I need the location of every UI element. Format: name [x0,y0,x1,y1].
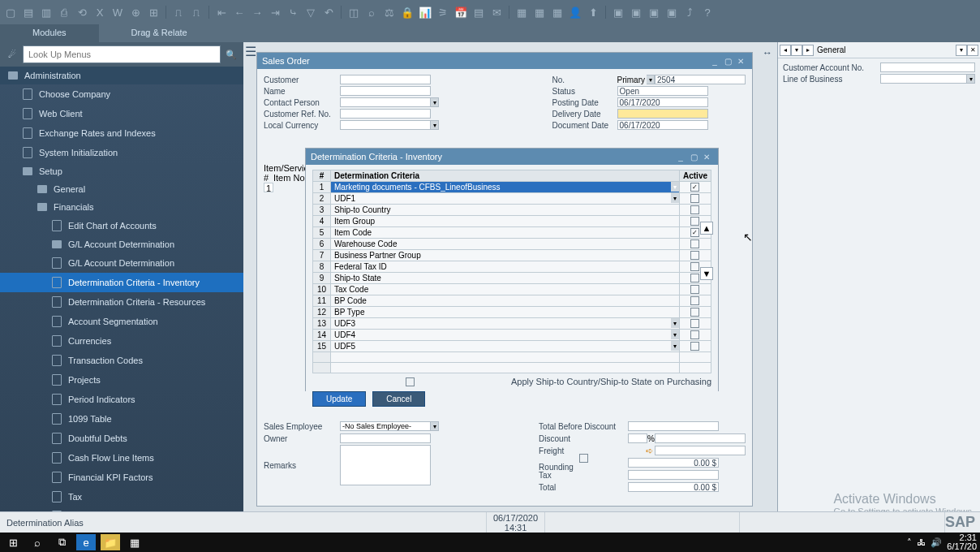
tb-icon[interactable]: ▦ [532,5,547,19]
link-arrow-icon[interactable]: ➪ [646,446,653,456]
criteria-row[interactable]: 15UDF5▾ [313,341,711,352]
menu-item[interactable]: Determination Criteria - Inventory [0,273,243,292]
dropdown-icon[interactable]: ▾ [671,182,679,192]
field-input[interactable]: -No Sales Employee- [340,421,431,431]
criteria-row[interactable]: 9Ship-to State [313,273,711,284]
tab-modules[interactable]: Modules [0,24,99,42]
menu-item[interactable]: Transaction Codes [0,351,243,370]
field-value[interactable]: 06/17/2020 [617,120,708,130]
criteria-row[interactable]: 7Business Partner Group [313,250,711,261]
tb-icon[interactable]: ⤷ [286,5,300,19]
dropdown-icon[interactable]: ▾ [671,193,679,203]
menu-item[interactable]: Administration [0,67,243,84]
criteria-cell[interactable]: UDF4▾ [331,330,680,341]
criteria-cell[interactable]: BP Type [331,307,680,318]
active-checkbox[interactable] [690,342,699,351]
tb-icon[interactable]: ⎍ [171,5,186,19]
tb-icon[interactable]: ⟲ [75,5,89,19]
menu-item[interactable]: Financial KPI Factors [0,468,243,487]
active-checkbox[interactable] [690,262,699,271]
tb-icon[interactable]: ▣ [664,5,679,19]
field-input[interactable] [340,97,431,107]
criteria-cell[interactable]: Ship-to State [331,273,680,284]
panel-next-icon[interactable]: ▸ [802,45,814,56]
field-input[interactable] [340,86,431,96]
criteria-row[interactable]: 13UDF3▾ [313,318,711,330]
criteria-row[interactable]: 6Warehouse Code [313,239,711,250]
active-cell[interactable] [679,193,711,205]
prev-icon[interactable]: ← [232,5,247,19]
menu-item[interactable]: Projects [0,370,243,390]
dropdown-icon[interactable]: ▾ [431,421,439,431]
tb-icon[interactable]: 📊 [418,5,432,19]
panel-dd-icon[interactable]: ▾ [956,45,967,56]
active-cell[interactable] [679,318,711,330]
criteria-row[interactable]: 3Ship-to Country [313,205,711,216]
criteria-row[interactable]: 2UDF1▾ [313,193,711,205]
criteria-cell[interactable]: UDF3▾ [331,318,680,330]
tb-icon[interactable]: 🔒 [400,5,415,19]
tb-icon[interactable]: ⊕ [128,5,143,19]
remarks-input[interactable] [340,445,431,485]
dropdown-icon[interactable]: ▾ [431,120,439,130]
active-checkbox[interactable] [690,239,699,248]
move-down-button[interactable]: ▼ [700,267,713,280]
start-icon[interactable]: ⊞ [3,534,23,550]
criteria-cell[interactable]: UDF1▾ [331,193,680,205]
active-checkbox[interactable] [690,217,699,226]
criteria-cell[interactable]: Item Code [331,227,680,239]
tb-icon[interactable]: 👤 [568,5,582,19]
tb-icon[interactable]: ▤ [21,5,36,19]
tray-net-icon[interactable]: 🖧 [917,537,926,547]
field-input[interactable] [880,74,967,84]
menu-item[interactable]: Account Segmentation [0,312,243,331]
search-icon[interactable]: ⌕ [28,534,47,550]
panel-prev-icon[interactable]: ▾ [791,45,802,56]
next-icon[interactable]: → [250,5,264,19]
menu-item[interactable]: Financials [0,198,243,216]
criteria-row[interactable]: 12BP Type [313,307,711,318]
cancel-button[interactable]: Cancel [372,391,425,407]
menu-item[interactable]: Cash Flow Line Items [0,448,243,468]
criteria-cell[interactable]: UDF5▾ [331,341,680,352]
criteria-row[interactable]: 4Item Group [313,216,711,227]
dropdown-icon[interactable]: ▾ [647,75,655,84]
expand-panel-icon[interactable]: ↔ [763,47,772,58]
tb-icon[interactable]: ⤴ [682,5,697,19]
tb-icon[interactable]: ⎙ [57,5,71,19]
active-checkbox[interactable] [690,308,699,317]
active-cell[interactable] [679,341,711,352]
criteria-cell[interactable]: BP Code [331,295,680,307]
tb-icon[interactable]: ▥ [39,5,54,19]
tb-icon[interactable]: ↶ [321,5,336,19]
menu-item[interactable]: 1099 Table [0,409,243,429]
field-input[interactable] [340,433,431,443]
tb-icon[interactable]: ⊞ [146,5,161,19]
field-input[interactable] [340,109,431,119]
panel-close-icon[interactable]: ✕ [967,45,978,56]
menu-item[interactable]: Period Indicators [0,390,243,409]
active-cell[interactable]: ✓ [679,182,711,193]
field-input[interactable] [880,63,975,72]
criteria-cell[interactable]: Item Group [331,216,680,227]
active-cell[interactable] [679,295,711,307]
criteria-row[interactable]: 1Marketing documents - CFBS_LineofBusine… [313,182,711,193]
active-checkbox[interactable]: ✓ [690,183,699,192]
criteria-row[interactable]: 10Tax Code [313,284,711,295]
tab-drag-relate[interactable]: Drag & Relate [99,24,220,42]
tb-icon[interactable]: ⎍ [189,5,204,19]
tb-icon[interactable]: ▦ [550,5,565,19]
rounding-checkbox[interactable] [579,454,588,463]
tb-icon[interactable]: 📅 [453,5,468,19]
field-value[interactable] [617,109,708,119]
field-value[interactable]: 06/17/2020 [617,97,708,107]
tray-up-icon[interactable]: ˄ [907,537,912,548]
update-button[interactable]: Update [312,391,366,407]
active-cell[interactable] [679,330,711,341]
menu-item[interactable]: Determination Criteria - Resources [0,292,243,312]
tb-icon[interactable]: ✉ [489,5,504,19]
menu-item[interactable]: Tax [0,487,243,507]
first-icon[interactable]: ⇤ [214,5,229,19]
menu-item[interactable]: Web Client [0,104,243,123]
discount-input[interactable] [628,433,647,443]
